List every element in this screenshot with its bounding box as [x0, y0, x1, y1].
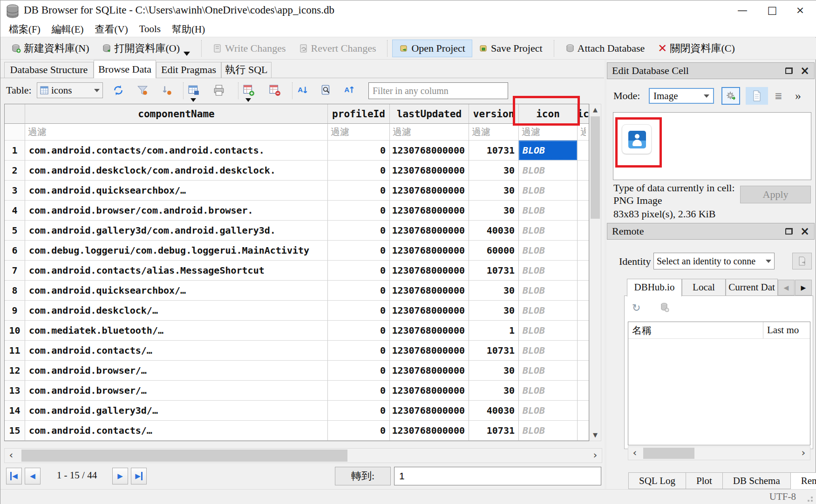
next-page-button[interactable]: ▶ [112, 468, 128, 484]
cell-profileid[interactable]: 0 [328, 401, 390, 421]
cell-version[interactable]: 30 [469, 301, 519, 321]
cell-lastupdated[interactable]: 1230768000000 [390, 261, 469, 281]
cell-icon-blob[interactable]: BLOB [519, 361, 578, 381]
save-table-icon[interactable] [188, 84, 200, 96]
apply-button[interactable]: Apply [740, 186, 811, 203]
cell-lastupdated[interactable]: 1230768000000 [390, 281, 469, 301]
text-mode-button[interactable] [746, 87, 768, 105]
cell-lastupdated[interactable]: 1230768000000 [390, 401, 469, 421]
cell-profileid[interactable]: 0 [328, 181, 390, 201]
grid-vertical-scrollbar[interactable]: ▲ ▼ [589, 104, 601, 441]
filter-lastupdated-input[interactable] [390, 124, 469, 140]
cell-lastupdated[interactable]: 1230768000000 [390, 141, 469, 161]
row-number[interactable]: 11 [5, 341, 25, 361]
first-page-button[interactable]: ◀ [6, 468, 22, 484]
cell-lastupdated[interactable]: 1230768000000 [390, 361, 469, 381]
json-mode-icon[interactable]: ≣ [775, 91, 787, 101]
remote-tab-local[interactable]: Local [682, 279, 726, 296]
menu-item[interactable]: 檔案(F) [3, 21, 46, 37]
close-button[interactable]: × [787, 0, 814, 20]
new-database-button[interactable]: 新建資料庫(N) [5, 39, 96, 58]
scroll-right-icon[interactable]: › [589, 449, 602, 463]
row-number[interactable]: 13 [5, 381, 25, 401]
remote-file-tree[interactable]: 名稱 Last mo [628, 322, 810, 445]
cell-icon-blob[interactable]: BLOB [519, 241, 578, 261]
filter-version-input[interactable] [469, 124, 518, 140]
row-number[interactable]: 9 [5, 301, 25, 321]
cell-partial[interactable] [578, 201, 589, 221]
tab-remote[interactable]: Remote [791, 472, 816, 489]
tab-sql-log[interactable]: SQL Log [628, 472, 686, 489]
cell-partial[interactable] [578, 361, 589, 381]
cell-componentname[interactable]: com.android.gallery3d/… [25, 401, 328, 421]
cell-profileid[interactable]: 0 [328, 281, 390, 301]
menu-item[interactable]: 查看(V) [89, 21, 134, 37]
global-filter-input[interactable] [368, 82, 508, 99]
row-number[interactable]: 6 [5, 241, 25, 261]
filter-profileid-input[interactable] [328, 124, 389, 140]
cell-version[interactable]: 40030 [469, 401, 519, 421]
row-number[interactable]: 4 [5, 201, 25, 221]
remote-tab-current-database[interactable]: Current Dat [726, 279, 778, 296]
cell-icon-blob[interactable]: BLOB [519, 181, 578, 201]
save-project-button[interactable]: Save Project [472, 40, 549, 57]
menu-item[interactable]: 編輯(E) [46, 21, 89, 37]
cell-version[interactable]: 1 [469, 321, 519, 341]
cell-lastupdated[interactable]: 1230768000000 [390, 201, 469, 221]
scroll-left-icon[interactable]: ‹ [628, 447, 641, 460]
cell-icon-blob[interactable]: BLOB [519, 421, 578, 441]
cell-lastupdated[interactable]: 1230768000000 [390, 241, 469, 261]
cell-componentname[interactable]: com.debug.loggerui/com.debug.loggerui.Ma… [25, 241, 328, 261]
cell-partial[interactable] [578, 401, 589, 421]
cell-partial[interactable] [578, 281, 589, 301]
cell-version[interactable]: 30 [469, 381, 519, 401]
cell-componentname[interactable]: com.android.browser/… [25, 381, 328, 401]
cell-partial[interactable] [578, 261, 589, 281]
cell-lastupdated[interactable]: 1230768000000 [390, 341, 469, 361]
cell-version[interactable]: 60000 [469, 241, 519, 261]
cell-profileid[interactable]: 0 [328, 421, 390, 441]
tree-horizontal-scrollbar[interactable]: ‹ › [628, 446, 810, 460]
cell-version[interactable]: 30 [469, 161, 519, 181]
filter-partial-input[interactable] [578, 124, 589, 140]
cell-profileid[interactable]: 0 [328, 201, 390, 221]
scroll-right-icon[interactable]: › [797, 447, 810, 460]
cell-lastupdated[interactable]: 1230768000000 [390, 321, 469, 341]
cell-partial[interactable] [578, 341, 589, 361]
import-certificate-button[interactable] [792, 253, 812, 269]
cell-icon-blob[interactable]: BLOB [519, 141, 578, 161]
cell-componentname[interactable]: com.android.quicksearchbox/… [25, 181, 328, 201]
cell-componentname[interactable]: com.mediatek.bluetooth/… [25, 321, 328, 341]
open-database-button[interactable]: 打開資料庫(O) [96, 39, 197, 58]
close-panel-icon[interactable]: × [800, 227, 809, 236]
cell-version[interactable]: 30 [469, 281, 519, 301]
filter-componentname-input[interactable] [25, 124, 327, 140]
close-database-button[interactable]: ✕ 關閉資料庫(C) [651, 39, 741, 58]
clone-database-icon[interactable] [660, 302, 669, 312]
goto-record-input[interactable] [394, 467, 601, 485]
cell-version[interactable]: 10731 [469, 261, 519, 281]
minimize-button[interactable]: — [729, 0, 756, 20]
write-changes-button[interactable]: Write Changes [206, 40, 292, 57]
cell-profileid[interactable]: 0 [328, 141, 390, 161]
scrollbar-thumb[interactable] [21, 450, 347, 462]
sort-za-icon[interactable]: A [343, 84, 355, 96]
menu-item[interactable]: Tools [134, 21, 166, 37]
cell-version[interactable]: 10731 [469, 341, 519, 361]
cell-partial[interactable] [578, 381, 589, 401]
find-icon[interactable] [320, 84, 332, 96]
cell-lastupdated[interactable]: 1230768000000 [390, 181, 469, 201]
row-number[interactable]: 8 [5, 281, 25, 301]
cell-componentname[interactable]: com.android.deskclock/com.android.deskcl… [25, 161, 328, 181]
last-page-button[interactable]: ▶ [131, 468, 147, 484]
cell-icon-blob[interactable]: BLOB [519, 401, 578, 421]
row-number[interactable]: 10 [5, 321, 25, 341]
tree-column-last-modified[interactable]: Last mo [763, 324, 799, 336]
cell-componentname[interactable]: com.android.deskclock/… [25, 301, 328, 321]
row-number[interactable]: 15 [5, 421, 25, 441]
overflow-chevron-icon[interactable]: » [795, 89, 801, 103]
tab-plot[interactable]: Plot [686, 472, 723, 489]
cell-icon-blob[interactable]: BLOB [519, 201, 578, 221]
row-number[interactable]: 7 [5, 261, 25, 281]
row-number[interactable]: 2 [5, 161, 25, 181]
